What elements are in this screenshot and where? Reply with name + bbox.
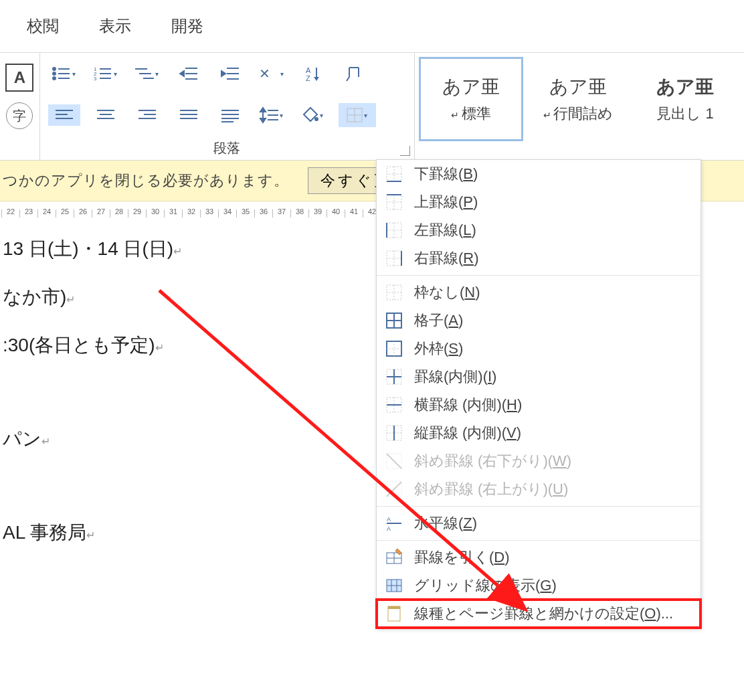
- increase-indent-icon[interactable]: [214, 63, 246, 84]
- multilevel-icon[interactable]: ▾: [131, 63, 163, 84]
- border-outside-icon: [385, 339, 403, 358]
- border-menu-border-inside[interactable]: 罫線(内側)(I): [377, 363, 701, 391]
- style-name-label: ↵ 標準: [451, 104, 491, 124]
- bullets-icon[interactable]: ▾: [48, 63, 80, 84]
- menu-item-label: 斜め罫線 (右上がり)(U): [414, 482, 568, 497]
- ruler-tick: 24: [37, 209, 56, 217]
- svg-rect-54: [387, 167, 401, 181]
- ribbon-styles-group: あア亜 ↵ 標準 あア亜 ↵ 行間詰め あア亜 見出し 1: [415, 53, 744, 160]
- style-sample-text: あア亜: [442, 74, 500, 100]
- svg-rect-103: [388, 606, 400, 609]
- svg-rect-58: [387, 195, 401, 209]
- tab-dev[interactable]: 開発: [171, 15, 203, 37]
- border-menu-border-none[interactable]: 枠なし(N): [377, 278, 701, 307]
- numbering-icon[interactable]: 123▾: [90, 63, 122, 84]
- menu-item-label: 格子(A): [414, 313, 463, 328]
- align-center-icon[interactable]: [90, 104, 122, 126]
- ruler-tick: 23: [19, 209, 37, 217]
- border-right-icon: [385, 249, 403, 268]
- borders-dropdown: 下罫線(B)上罫線(P)左罫線(L)右罫線(R)枠なし(N)格子(A)外枠(S)…: [376, 159, 701, 628]
- border-menu-hr[interactable]: AA水平線(Z): [377, 509, 701, 537]
- border-menu-border-left[interactable]: 左罫線(L): [377, 216, 701, 244]
- svg-point-4: [53, 77, 56, 80]
- svg-rect-66: [387, 251, 401, 266]
- align-right-icon[interactable]: [131, 104, 163, 126]
- svg-text:3: 3: [94, 76, 97, 82]
- align-left-icon[interactable]: [48, 104, 80, 126]
- ruler-tick: 36: [254, 209, 272, 217]
- border-left-icon: [385, 221, 403, 240]
- style-name-label: ↵ 行間詰め: [543, 104, 614, 124]
- asian-layout-icon[interactable]: ✕▾: [256, 63, 288, 84]
- menu-item-label: 右罫線(R): [414, 251, 479, 266]
- menu-item-label: 罫線を引く(D): [414, 550, 510, 565]
- border-menu-border-bottom[interactable]: 下罫線(B): [377, 160, 701, 188]
- gridlines-icon: [385, 576, 403, 595]
- border-menu-border-inside-h[interactable]: 横罫線 (内側)(H): [377, 391, 701, 419]
- border-menu-draw-table[interactable]: 罫線を引く(D): [377, 543, 701, 572]
- border-menu-border-diag-down: 斜め罫線 (右下がり)(W): [377, 447, 701, 475]
- border-inside-icon: [385, 367, 403, 386]
- border-menu-page-border[interactable]: 線種とページ罫線と網かけの設定(O)...: [377, 600, 701, 628]
- svg-line-91: [387, 482, 401, 497]
- style-name-label: 見出し 1: [656, 104, 713, 124]
- border-menu-border-right[interactable]: 右罫線(R): [377, 244, 701, 272]
- svg-point-0: [53, 68, 56, 70]
- svg-text:A: A: [387, 516, 391, 523]
- svg-rect-70: [387, 285, 401, 300]
- ruler-tick: 32: [182, 209, 200, 217]
- border-inside-h-icon: [385, 396, 403, 414]
- ribbon-font-group: A 字: [0, 53, 40, 160]
- ruler-tick: 41: [345, 209, 363, 217]
- menu-item-label: 上罫線(P): [414, 195, 478, 209]
- align-distribute-icon[interactable]: [214, 104, 246, 126]
- sort-icon[interactable]: AZ: [297, 63, 329, 84]
- style-normal[interactable]: あア亜 ↵ 標準: [419, 57, 523, 141]
- menu-item-label: 左罫線(L): [414, 223, 476, 238]
- style-sample-text: あア亜: [656, 74, 714, 100]
- menu-item-label: 線種とページ罫線と網かけの設定(O)...: [414, 606, 673, 621]
- menu-item-label: 水平線(Z): [414, 516, 477, 531]
- enclose-char-icon[interactable]: 字: [6, 102, 33, 129]
- shading-icon[interactable]: ▾: [297, 104, 329, 126]
- svg-marker-22: [221, 71, 225, 76]
- svg-text:A: A: [306, 66, 311, 74]
- border-bottom-icon: [385, 165, 403, 183]
- align-justify-icon[interactable]: [173, 104, 205, 126]
- svg-marker-18: [180, 71, 184, 76]
- border-menu-gridlines[interactable]: グリッド線の表示(G): [377, 572, 701, 600]
- svg-text:✕: ✕: [259, 66, 270, 81]
- border-menu-border-all[interactable]: 格子(A): [377, 307, 701, 335]
- ribbon-tabs: 校閲 表示 開発: [0, 0, 744, 53]
- ruler-tick: 34: [218, 209, 236, 217]
- border-diag-up-icon: [385, 480, 403, 499]
- show-marks-icon[interactable]: [339, 63, 371, 84]
- tab-review[interactable]: 校閲: [27, 15, 59, 37]
- ruler-tick: 27: [92, 209, 110, 217]
- ruler-tick: 30: [146, 209, 164, 217]
- border-menu-border-inside-v[interactable]: 縦罫線 (内側)(V): [377, 419, 701, 447]
- svg-marker-48: [260, 108, 266, 112]
- menu-item-label: 外枠(S): [414, 341, 463, 356]
- border-inside-v-icon: [385, 424, 403, 442]
- tab-view[interactable]: 表示: [99, 15, 131, 37]
- ruler-tick: 25: [56, 209, 74, 217]
- style-heading1[interactable]: あア亜 見出し 1: [633, 57, 737, 141]
- style-no-spacing[interactable]: あア亜 ↵ 行間詰め: [526, 57, 630, 141]
- decrease-indent-icon[interactable]: [173, 63, 205, 84]
- menu-item-label: 下罫線(B): [414, 167, 478, 181]
- border-menu-border-top[interactable]: 上罫線(P): [377, 188, 701, 216]
- borders-button[interactable]: ▾: [339, 103, 376, 127]
- line-spacing-icon[interactable]: ▾: [256, 104, 288, 126]
- ruler-tick: 40: [327, 209, 345, 217]
- ruler-tick: 26: [74, 209, 92, 217]
- border-none-icon: [385, 283, 403, 302]
- menu-item-label: 罫線(内側)(I): [414, 369, 496, 384]
- page-border-icon: [385, 604, 403, 623]
- svg-text:A: A: [387, 525, 391, 532]
- ruler-tick: 39: [308, 209, 327, 217]
- border-diag-down-icon: [385, 452, 403, 470]
- font-color-icon[interactable]: A: [5, 64, 33, 92]
- menu-item-label: 斜め罫線 (右下がり)(W): [414, 454, 571, 468]
- border-menu-border-outside[interactable]: 外枠(S): [377, 335, 701, 363]
